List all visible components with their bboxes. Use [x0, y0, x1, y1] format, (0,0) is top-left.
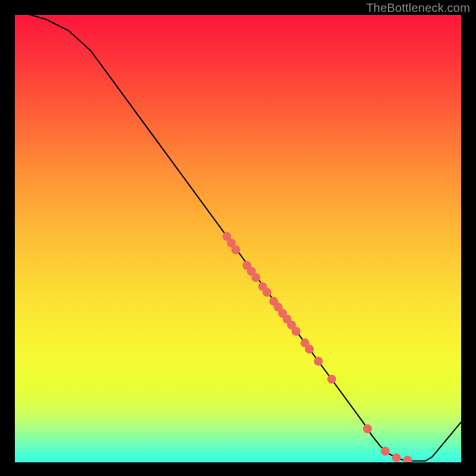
scatter-dot: [381, 447, 390, 456]
bottleneck-curve: [15, 15, 461, 461]
chart-overlay-svg: [15, 15, 461, 462]
scatter-dot: [327, 375, 336, 384]
scatter-dot: [314, 357, 323, 366]
scatter-dot: [403, 456, 412, 462]
scatter-dot: [252, 273, 261, 282]
scatter-dot: [305, 345, 314, 353]
chart-frame: [15, 15, 461, 462]
scatter-dot: [392, 453, 401, 462]
scatter-dot: [231, 245, 240, 254]
scatter-dot: [262, 288, 271, 297]
scatter-dot: [292, 327, 300, 336]
scatter-dot: [363, 424, 372, 433]
watermark-text: TheBottleneck.com: [366, 1, 470, 15]
scatter-points: [223, 232, 412, 462]
